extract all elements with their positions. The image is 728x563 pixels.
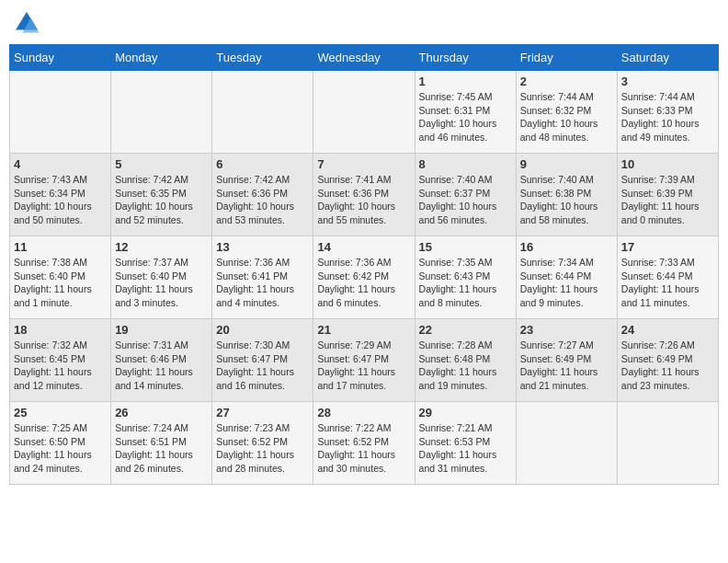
day-info: Sunrise: 7:28 AM Sunset: 6:48 PM Dayligh… xyxy=(419,339,512,393)
calendar-cell: 6Sunrise: 7:42 AM Sunset: 6:36 PM Daylig… xyxy=(212,154,313,236)
calendar-cell: 22Sunrise: 7:28 AM Sunset: 6:48 PM Dayli… xyxy=(415,319,516,402)
calendar-cell: 11Sunrise: 7:38 AM Sunset: 6:40 PM Dayli… xyxy=(10,236,111,319)
week-row-5: 25Sunrise: 7:25 AM Sunset: 6:50 PM Dayli… xyxy=(10,402,719,485)
column-header-saturday: Saturday xyxy=(617,45,718,71)
calendar-cell xyxy=(212,71,313,154)
week-row-2: 4Sunrise: 7:43 AM Sunset: 6:34 PM Daylig… xyxy=(10,154,719,236)
day-number: 16 xyxy=(520,240,613,254)
day-number: 4 xyxy=(14,157,107,171)
header xyxy=(9,9,719,37)
week-row-1: 1Sunrise: 7:45 AM Sunset: 6:31 PM Daylig… xyxy=(10,71,719,154)
day-number: 3 xyxy=(621,75,714,88)
day-number: 13 xyxy=(216,240,309,254)
day-info: Sunrise: 7:39 AM Sunset: 6:39 PM Dayligh… xyxy=(621,173,714,227)
day-number: 5 xyxy=(115,157,208,171)
day-info: Sunrise: 7:30 AM Sunset: 6:47 PM Dayligh… xyxy=(216,339,309,393)
calendar-cell: 25Sunrise: 7:25 AM Sunset: 6:50 PM Dayli… xyxy=(10,402,111,485)
calendar-cell: 16Sunrise: 7:34 AM Sunset: 6:44 PM Dayli… xyxy=(516,236,617,319)
calendar-cell xyxy=(617,402,718,485)
calendar-cell: 5Sunrise: 7:42 AM Sunset: 6:35 PM Daylig… xyxy=(111,154,212,236)
day-number: 6 xyxy=(216,157,309,171)
calendar-cell: 10Sunrise: 7:39 AM Sunset: 6:39 PM Dayli… xyxy=(617,154,718,236)
day-info: Sunrise: 7:43 AM Sunset: 6:34 PM Dayligh… xyxy=(14,173,107,227)
calendar-cell: 9Sunrise: 7:40 AM Sunset: 6:38 PM Daylig… xyxy=(516,154,617,236)
day-info: Sunrise: 7:32 AM Sunset: 6:45 PM Dayligh… xyxy=(14,339,107,393)
day-number: 7 xyxy=(317,157,410,171)
day-info: Sunrise: 7:24 AM Sunset: 6:51 PM Dayligh… xyxy=(115,421,208,476)
calendar-cell: 19Sunrise: 7:31 AM Sunset: 6:46 PM Dayli… xyxy=(111,319,212,402)
calendar-cell xyxy=(313,71,415,154)
day-info: Sunrise: 7:33 AM Sunset: 6:44 PM Dayligh… xyxy=(621,256,714,310)
calendar-cell: 14Sunrise: 7:36 AM Sunset: 6:42 PM Dayli… xyxy=(313,236,415,319)
day-number: 29 xyxy=(419,406,512,419)
calendar-body: 1Sunrise: 7:45 AM Sunset: 6:31 PM Daylig… xyxy=(10,71,719,485)
day-info: Sunrise: 7:44 AM Sunset: 6:33 PM Dayligh… xyxy=(621,90,714,144)
calendar-cell xyxy=(111,71,212,154)
logo-icon xyxy=(13,9,40,37)
day-info: Sunrise: 7:35 AM Sunset: 6:43 PM Dayligh… xyxy=(419,256,512,310)
column-header-tuesday: Tuesday xyxy=(212,45,313,71)
column-header-thursday: Thursday xyxy=(415,45,516,71)
logo xyxy=(13,9,44,37)
day-number: 9 xyxy=(520,157,613,171)
day-number: 12 xyxy=(115,240,208,254)
day-info: Sunrise: 7:27 AM Sunset: 6:49 PM Dayligh… xyxy=(520,339,613,393)
day-info: Sunrise: 7:42 AM Sunset: 6:35 PM Dayligh… xyxy=(115,173,208,227)
calendar-cell: 13Sunrise: 7:36 AM Sunset: 6:41 PM Dayli… xyxy=(212,236,313,319)
week-row-3: 11Sunrise: 7:38 AM Sunset: 6:40 PM Dayli… xyxy=(10,236,719,319)
day-info: Sunrise: 7:31 AM Sunset: 6:46 PM Dayligh… xyxy=(115,339,208,393)
day-number: 21 xyxy=(317,323,410,337)
header-row: SundayMondayTuesdayWednesdayThursdayFrid… xyxy=(10,45,719,71)
calendar-cell: 17Sunrise: 7:33 AM Sunset: 6:44 PM Dayli… xyxy=(617,236,718,319)
calendar-cell: 4Sunrise: 7:43 AM Sunset: 6:34 PM Daylig… xyxy=(10,154,111,236)
week-row-4: 18Sunrise: 7:32 AM Sunset: 6:45 PM Dayli… xyxy=(10,319,719,402)
day-number: 8 xyxy=(419,157,512,171)
day-info: Sunrise: 7:40 AM Sunset: 6:38 PM Dayligh… xyxy=(520,173,613,227)
day-number: 2 xyxy=(520,75,613,88)
day-info: Sunrise: 7:26 AM Sunset: 6:49 PM Dayligh… xyxy=(621,339,714,393)
day-info: Sunrise: 7:36 AM Sunset: 6:42 PM Dayligh… xyxy=(317,256,410,310)
day-info: Sunrise: 7:41 AM Sunset: 6:36 PM Dayligh… xyxy=(317,173,410,227)
day-info: Sunrise: 7:29 AM Sunset: 6:47 PM Dayligh… xyxy=(317,339,410,393)
calendar-cell: 15Sunrise: 7:35 AM Sunset: 6:43 PM Dayli… xyxy=(415,236,516,319)
day-number: 17 xyxy=(621,240,714,254)
day-info: Sunrise: 7:44 AM Sunset: 6:32 PM Dayligh… xyxy=(520,90,613,144)
calendar-header: SundayMondayTuesdayWednesdayThursdayFrid… xyxy=(10,45,719,71)
calendar-cell: 7Sunrise: 7:41 AM Sunset: 6:36 PM Daylig… xyxy=(313,154,415,236)
day-info: Sunrise: 7:38 AM Sunset: 6:40 PM Dayligh… xyxy=(14,256,107,310)
day-number: 26 xyxy=(115,406,208,419)
day-number: 20 xyxy=(216,323,309,337)
calendar-cell: 28Sunrise: 7:22 AM Sunset: 6:52 PM Dayli… xyxy=(313,402,415,485)
day-info: Sunrise: 7:37 AM Sunset: 6:40 PM Dayligh… xyxy=(115,256,208,310)
calendar-cell: 20Sunrise: 7:30 AM Sunset: 6:47 PM Dayli… xyxy=(212,319,313,402)
calendar-table: SundayMondayTuesdayWednesdayThursdayFrid… xyxy=(9,44,719,485)
day-info: Sunrise: 7:23 AM Sunset: 6:52 PM Dayligh… xyxy=(216,421,309,476)
day-number: 25 xyxy=(14,406,107,419)
day-info: Sunrise: 7:22 AM Sunset: 6:52 PM Dayligh… xyxy=(317,421,410,476)
day-number: 28 xyxy=(317,406,410,419)
day-number: 15 xyxy=(419,240,512,254)
day-info: Sunrise: 7:42 AM Sunset: 6:36 PM Dayligh… xyxy=(216,173,309,227)
day-number: 22 xyxy=(419,323,512,337)
calendar-cell: 21Sunrise: 7:29 AM Sunset: 6:47 PM Dayli… xyxy=(313,319,415,402)
column-header-wednesday: Wednesday xyxy=(313,45,415,71)
calendar-cell: 24Sunrise: 7:26 AM Sunset: 6:49 PM Dayli… xyxy=(617,319,718,402)
day-number: 11 xyxy=(14,240,107,254)
day-number: 19 xyxy=(115,323,208,337)
calendar-cell: 12Sunrise: 7:37 AM Sunset: 6:40 PM Dayli… xyxy=(111,236,212,319)
column-header-sunday: Sunday xyxy=(10,45,111,71)
calendar-cell xyxy=(10,71,111,154)
calendar-cell xyxy=(516,402,617,485)
day-number: 27 xyxy=(216,406,309,419)
day-number: 14 xyxy=(317,240,410,254)
day-number: 1 xyxy=(419,75,512,88)
calendar-cell: 26Sunrise: 7:24 AM Sunset: 6:51 PM Dayli… xyxy=(111,402,212,485)
calendar-cell: 1Sunrise: 7:45 AM Sunset: 6:31 PM Daylig… xyxy=(415,71,516,154)
calendar-cell: 8Sunrise: 7:40 AM Sunset: 6:37 PM Daylig… xyxy=(415,154,516,236)
day-info: Sunrise: 7:34 AM Sunset: 6:44 PM Dayligh… xyxy=(520,256,613,310)
day-info: Sunrise: 7:45 AM Sunset: 6:31 PM Dayligh… xyxy=(419,90,512,144)
calendar-cell: 29Sunrise: 7:21 AM Sunset: 6:53 PM Dayli… xyxy=(415,402,516,485)
day-info: Sunrise: 7:25 AM Sunset: 6:50 PM Dayligh… xyxy=(14,421,107,476)
calendar-cell: 27Sunrise: 7:23 AM Sunset: 6:52 PM Dayli… xyxy=(212,402,313,485)
day-number: 23 xyxy=(520,323,613,337)
